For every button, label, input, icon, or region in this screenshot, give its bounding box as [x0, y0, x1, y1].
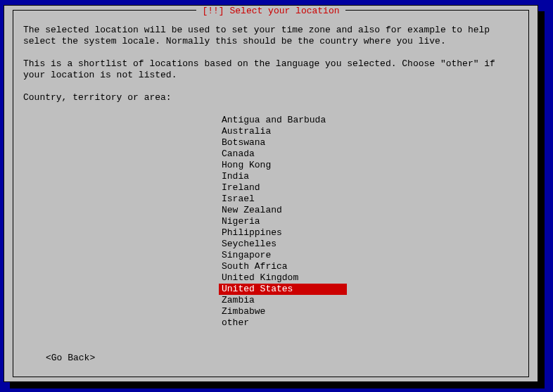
dialog-border: The selected location will be used to se…: [13, 10, 529, 377]
dialog-content: The selected location will be used to se…: [23, 25, 519, 368]
go-back-button[interactable]: <Go Back>: [46, 353, 95, 364]
prompt-label: Country, territory or area:: [23, 92, 519, 103]
location-option[interactable]: Ireland: [219, 182, 347, 194]
location-option[interactable]: India: [219, 171, 347, 182]
description-paragraph-2: This is a shortlist of locations based o…: [23, 58, 519, 81]
location-dialog: [!!] Select your location The selected l…: [4, 5, 538, 382]
location-option[interactable]: Nigeria: [219, 216, 347, 227]
location-option[interactable]: United Kingdom: [219, 272, 347, 284]
location-option[interactable]: Antigua and Barbuda: [219, 115, 347, 126]
location-option[interactable]: Hong Kong: [219, 160, 347, 171]
location-option[interactable]: Seychelles: [219, 239, 347, 250]
location-list: Antigua and BarbudaAustraliaBotswanaCana…: [219, 115, 519, 329]
location-option[interactable]: Botswana: [219, 137, 347, 148]
description-paragraph-1: The selected location will be used to se…: [23, 25, 519, 47]
location-option[interactable]: South Africa: [219, 261, 347, 272]
location-option[interactable]: Canada: [219, 148, 347, 160]
location-option[interactable]: United States: [219, 284, 347, 295]
location-option[interactable]: Zimbabwe: [219, 306, 347, 317]
location-option[interactable]: other: [219, 317, 347, 329]
dialog-title: [!!] Select your location: [196, 6, 345, 16]
location-option[interactable]: Philippines: [219, 227, 347, 239]
location-option[interactable]: Singapore: [219, 250, 347, 261]
location-option[interactable]: Australia: [219, 126, 347, 137]
location-option[interactable]: Zambia: [219, 295, 347, 306]
location-option[interactable]: New Zealand: [219, 205, 347, 216]
location-option[interactable]: Israel: [219, 194, 347, 205]
